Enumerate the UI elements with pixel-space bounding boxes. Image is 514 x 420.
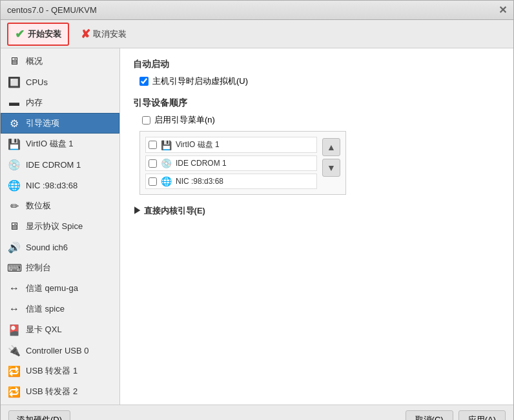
sidebar-item-label: 信道 qemu-ga [26, 283, 78, 294]
titlebar: centos7.0 - QEMU/KVM ✕ [1, 1, 513, 20]
window-title: centos7.0 - QEMU/KVM [7, 5, 97, 15]
sidebar-item-label: 引导选项 [26, 117, 59, 129]
sidebar-item-controller-usb[interactable]: 🔌 Controller USB 0 [1, 340, 119, 361]
console-icon: ⌨ [8, 261, 21, 274]
sidebar-item-label: Sound ich6 [26, 243, 68, 252]
boot-list-item-2: 🌐 NIC :98:d3:68 [145, 174, 317, 189]
sidebar-item-overview[interactable]: 🖥 概况 [1, 51, 119, 72]
boot-item-2-icon: 🌐 [161, 176, 172, 186]
usb-redir2-icon: 🔁 [8, 385, 21, 398]
close-button[interactable]: ✕ [499, 4, 507, 16]
sidebar-item-cpus[interactable]: 🔲 CPUs [1, 72, 119, 92]
toolbar: ✔ 开始安装 ✘ 取消安装 [1, 20, 513, 48]
enable-boot-menu-label: 启用引导菜单(n) [154, 114, 215, 126]
usb-controller-icon: 🔌 [8, 344, 21, 357]
sidebar-item-label: 显示协议 Spice [26, 221, 83, 232]
boot-item-0-icon: 💾 [161, 140, 172, 150]
usb-redir1-icon: 🔁 [8, 365, 21, 377]
sound-icon: 🔊 [8, 241, 21, 254]
sidebar-item-label: 概况 [26, 55, 43, 67]
boot-item-2-checkbox[interactable] [149, 177, 157, 186]
sidebar-item-label: CPUs [26, 77, 48, 87]
add-hardware-button[interactable]: 添加硬件(D) [8, 410, 70, 420]
sidebar: 🖥 概况 🔲 CPUs ▬ 内存 ⚙ 引导选项 💾 VirtIO 磁盘 1 💿 [1, 48, 120, 405]
boot-down-button[interactable]: ▼ [322, 159, 340, 177]
autostart-label: 主机引导时启动虚拟机(U) [152, 75, 248, 87]
autostart-section-title: 自动启动 [133, 59, 500, 70]
sidebar-item-label: 显卡 QXL [26, 324, 62, 335]
sidebar-item-nic[interactable]: 🌐 NIC :98:d3:68 [1, 175, 119, 195]
sidebar-item-label: 信道 spice [26, 303, 65, 315]
sidebar-item-console[interactable]: ⌨ 控制台 [1, 257, 119, 278]
sidebar-item-channel-spice[interactable]: ↔ 信道 spice [1, 299, 119, 319]
sidebar-item-sound[interactable]: 🔊 Sound ich6 [1, 237, 119, 257]
main-window: centos7.0 - QEMU/KVM ✕ ✔ 开始安装 ✘ 取消安装 🖥 概… [0, 0, 514, 420]
boot-icon: ⚙ [8, 117, 21, 130]
sidebar-item-channel-qemu[interactable]: ↔ 信道 qemu-ga [1, 278, 119, 299]
sidebar-item-display[interactable]: 🖥 显示协议 Spice [1, 216, 119, 237]
direct-kernel-label: ▶ 直接内核引导(E) [133, 205, 205, 217]
cancel-button[interactable]: 取消(C) [406, 410, 453, 420]
start-install-button[interactable]: ✔ 开始安装 [7, 23, 69, 46]
sidebar-item-usb-redir1[interactable]: 🔁 USB 转发器 1 [1, 361, 119, 381]
boot-arrows: ▲ ▼ [322, 137, 340, 189]
channel-spice-icon: ↔ [8, 303, 21, 315]
boot-list-item-1: 💿 IDE CDROM 1 [145, 155, 317, 171]
overview-icon: 🖥 [8, 55, 21, 68]
sidebar-item-ide-cdrom[interactable]: 💿 IDE CDROM 1 [1, 154, 119, 175]
direct-kernel-header[interactable]: ▶ 直接内核引导(E) [133, 205, 500, 217]
boot-item-0-checkbox[interactable] [149, 141, 157, 149]
direct-kernel-section: ▶ 直接内核引导(E) [133, 205, 500, 217]
content-area: 🖥 概况 🔲 CPUs ▬ 内存 ⚙ 引导选项 💾 VirtIO 磁盘 1 💿 [1, 48, 513, 405]
sidebar-item-boot-options[interactable]: ⚙ 引导选项 [1, 113, 119, 134]
sidebar-item-label: NIC :98:d3:68 [26, 181, 77, 190]
boot-up-button[interactable]: ▲ [322, 138, 340, 156]
footer: 添加硬件(D) 取消(C) 应用(A) [1, 405, 513, 420]
sidebar-item-virtio-disk[interactable]: 💾 VirtIO 磁盘 1 [1, 134, 119, 154]
enable-boot-menu-checkbox[interactable] [142, 116, 150, 125]
boot-order-section-title: 引导设备顺序 [133, 97, 500, 109]
sidebar-item-tablet[interactable]: ✏ 数位板 [1, 195, 119, 216]
sidebar-item-label: VirtIO 磁盘 1 [26, 138, 73, 150]
sidebar-item-label: Controller USB 0 [26, 346, 89, 355]
display-icon: 🖥 [8, 220, 21, 233]
cpu-icon: 🔲 [8, 75, 21, 88]
memory-icon: ▬ [8, 96, 21, 109]
cancel-install-button[interactable]: ✘ 取消安装 [76, 25, 132, 44]
sidebar-item-label: 控制台 [26, 262, 51, 274]
autostart-checkbox[interactable] [139, 77, 149, 86]
sidebar-item-video[interactable]: 🎴 显卡 QXL [1, 319, 119, 340]
boot-order-section: 💾 VirtIO 磁盘 1 💿 IDE CDROM 1 🌐 NIC :98:d3… [139, 131, 346, 195]
checkmark-icon: ✔ [15, 27, 25, 41]
sidebar-item-label: USB 转发器 1 [26, 365, 77, 377]
boot-item-1-icon: 💿 [161, 158, 172, 168]
sidebar-item-label: 内存 [26, 97, 43, 108]
cancel-install-label: 取消安装 [93, 28, 127, 40]
autostart-row: 主机引导时启动虚拟机(U) [139, 75, 500, 87]
boot-item-0-label: VirtIO 磁盘 1 [176, 139, 220, 150]
channel-qemu-icon: ↔ [8, 282, 21, 295]
boot-item-2-label: NIC :98:d3:68 [176, 177, 223, 186]
nic-icon: 🌐 [8, 179, 21, 192]
boot-list-item-0: 💾 VirtIO 磁盘 1 [145, 137, 317, 153]
enable-boot-menu-row: 启用引导菜单(n) [142, 114, 500, 126]
boot-list: 💾 VirtIO 磁盘 1 💿 IDE CDROM 1 🌐 NIC :98:d3… [145, 137, 317, 189]
sidebar-item-memory[interactable]: ▬ 内存 [1, 92, 119, 113]
cdrom-icon: 💿 [8, 158, 21, 171]
footer-left: 添加硬件(D) [8, 410, 70, 420]
sidebar-item-label: USB 转发器 2 [26, 386, 77, 397]
main-content: 自动启动 主机引导时启动虚拟机(U) 引导设备顺序 启用引导菜单(n) 💾 [120, 48, 513, 405]
start-install-label: 开始安装 [28, 28, 61, 40]
sidebar-item-usb-redir2[interactable]: 🔁 USB 转发器 2 [1, 381, 119, 402]
sidebar-item-label: IDE CDROM 1 [26, 160, 81, 170]
x-icon: ✘ [81, 27, 90, 41]
boot-item-1-checkbox[interactable] [149, 159, 157, 168]
tablet-icon: ✏ [8, 199, 21, 212]
footer-right: 取消(C) 应用(A) [406, 410, 506, 420]
boot-item-1-label: IDE CDROM 1 [176, 159, 227, 168]
video-icon: 🎴 [8, 323, 21, 336]
apply-button[interactable]: 应用(A) [458, 410, 506, 420]
disk-icon: 💾 [8, 137, 21, 150]
sidebar-item-label: 数位板 [26, 200, 51, 212]
